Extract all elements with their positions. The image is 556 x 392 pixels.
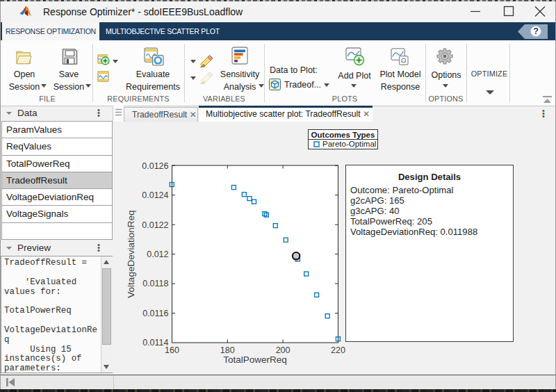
svg-text:?: ? <box>533 26 539 36</box>
svg-text:TotalPowerReq: TotalPowerReq <box>223 354 287 365</box>
svg-text:0.0124: 0.0124 <box>142 190 168 200</box>
svg-text:0.0118: 0.0118 <box>142 279 168 288</box>
svg-text:0.0126: 0.0126 <box>142 161 168 171</box>
svg-text:VoltageDeviationReq: VoltageDeviationReq <box>126 211 136 298</box>
svg-text:0.0122: 0.0122 <box>142 220 168 230</box>
svg-text:160: 160 <box>165 345 179 355</box>
svg-text:0.0116: 0.0116 <box>142 309 168 318</box>
svg-text:0.012: 0.012 <box>147 250 168 259</box>
svg-text:220: 220 <box>331 345 345 355</box>
